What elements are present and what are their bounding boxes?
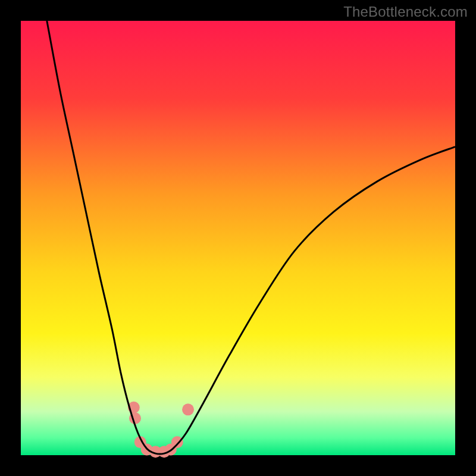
data-marker bbox=[171, 436, 183, 448]
bottleneck-chart bbox=[0, 0, 476, 476]
watermark-text: TheBottleneck.com bbox=[343, 4, 468, 20]
chart-frame: TheBottleneck.com bbox=[0, 0, 476, 476]
data-marker bbox=[182, 403, 194, 415]
plot-background bbox=[21, 21, 455, 455]
